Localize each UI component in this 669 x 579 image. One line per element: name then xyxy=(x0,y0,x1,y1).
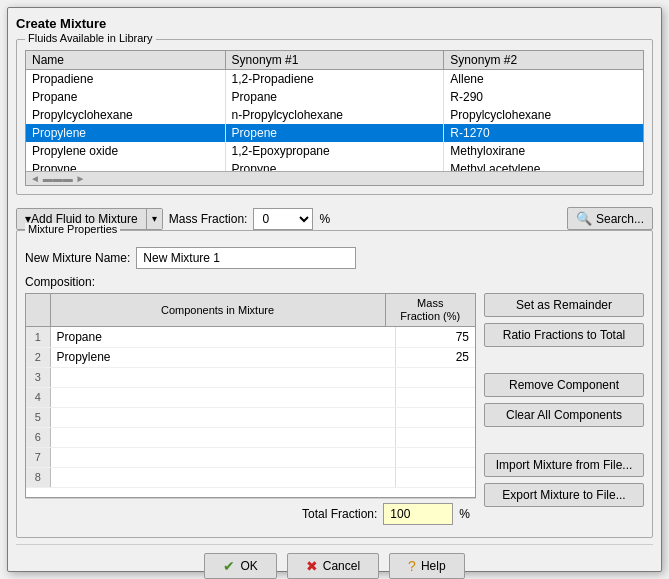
comp-row-fraction: 75 xyxy=(395,327,475,347)
search-icon: 🔍 xyxy=(576,211,592,226)
library-col-syn1: Synonym #1 xyxy=(225,51,444,70)
comp-row-component: Propane xyxy=(50,327,395,347)
library-group: Fluids Available in Library Name Synonym… xyxy=(16,39,653,195)
lib-name: Propylcyclohexane xyxy=(26,106,225,124)
comp-col-component: Components in Mixture xyxy=(50,294,385,327)
comp-row-component xyxy=(50,407,395,427)
mass-fraction-select[interactable]: 0 xyxy=(253,208,313,230)
create-mixture-dialog: Create Mixture Fluids Available in Libra… xyxy=(7,7,662,572)
cancel-btn[interactable]: ✖ Cancel xyxy=(287,553,379,579)
library-row[interactable]: Propane Propane R-290 xyxy=(26,88,643,106)
lib-syn1: 1,2-Epoxypropane xyxy=(225,142,444,160)
mixture-group-title: Mixture Properties xyxy=(25,223,120,235)
export-mixture-btn[interactable]: Export Mixture to File... xyxy=(484,483,644,507)
help-icon: ? xyxy=(408,558,416,574)
library-scroll-container[interactable]: Name Synonym #1 Synonym #2 Propadiene 1,… xyxy=(26,51,643,171)
comp-row[interactable]: 6 xyxy=(26,427,475,447)
comp-row-component xyxy=(50,367,395,387)
comp-data-table: 1 Propane 75 2 Propylene 25 3 4 5 6 7 8 xyxy=(26,327,475,488)
set-as-remainder-btn[interactable]: Set as Remainder xyxy=(484,293,644,317)
comp-row-num: 4 xyxy=(26,387,50,407)
mixture-name-input[interactable] xyxy=(136,247,356,269)
total-fraction-input[interactable] xyxy=(383,503,453,525)
comp-row[interactable]: 2 Propylene 25 xyxy=(26,347,475,367)
remove-component-btn[interactable]: Remove Component xyxy=(484,373,644,397)
search-btn[interactable]: 🔍 Search... xyxy=(567,207,653,230)
lib-syn2: Allene xyxy=(444,70,643,89)
comp-row-fraction xyxy=(395,427,475,447)
cancel-icon: ✖ xyxy=(306,558,318,574)
library-row[interactable]: Propylcyclohexane n-Propylcyclohexane Pr… xyxy=(26,106,643,124)
lib-syn2: R-1270 xyxy=(444,124,643,142)
name-label: New Mixture Name: xyxy=(25,251,130,265)
library-col-name: Name xyxy=(26,51,225,70)
comp-row-num: 7 xyxy=(26,447,50,467)
lib-syn2: Methyl acetylene xyxy=(444,160,643,171)
clear-all-btn[interactable]: Clear All Components xyxy=(484,403,644,427)
ratio-fractions-btn[interactable]: Ratio Fractions to Total xyxy=(484,323,644,347)
comp-row[interactable]: 7 xyxy=(26,447,475,467)
add-fluid-dropdown-btn[interactable]: ▾ xyxy=(147,209,162,229)
comp-scroll-inner[interactable]: 1 Propane 75 2 Propylene 25 3 4 5 6 7 8 xyxy=(26,327,475,497)
lib-name: Propadiene xyxy=(26,70,225,89)
lib-syn1: 1,2-Propadiene xyxy=(225,70,444,89)
comp-row[interactable]: 3 xyxy=(26,367,475,387)
comp-row-component xyxy=(50,467,395,487)
lib-syn1: Propane xyxy=(225,88,444,106)
library-col-syn2: Synonym #2 xyxy=(444,51,643,70)
comp-col-num xyxy=(26,294,50,327)
comp-row-component xyxy=(50,387,395,407)
comp-row-component xyxy=(50,427,395,447)
composition-area: Components in Mixture MassFraction (%) 1… xyxy=(25,293,644,529)
help-label: Help xyxy=(421,559,446,573)
import-mixture-btn[interactable]: Import Mixture from File... xyxy=(484,453,644,477)
lib-name: Propylene oxide xyxy=(26,142,225,160)
comp-row-num: 6 xyxy=(26,427,50,447)
mass-fraction-label: Mass Fraction: xyxy=(169,212,248,226)
dialog-title: Create Mixture xyxy=(16,16,653,31)
library-row[interactable]: Propadiene 1,2-Propadiene Allene xyxy=(26,70,643,89)
ok-btn[interactable]: ✔ OK xyxy=(204,553,276,579)
lib-syn1: n-Propylcyclohexane xyxy=(225,106,444,124)
comp-row[interactable]: 5 xyxy=(26,407,475,427)
total-label: Total Fraction: xyxy=(302,507,377,521)
library-horiz-scrollbar[interactable]: ◄ ▬▬▬ ► xyxy=(26,171,643,185)
comp-row-fraction xyxy=(395,387,475,407)
total-row: Total Fraction: % xyxy=(25,498,476,529)
comp-row-num: 8 xyxy=(26,467,50,487)
library-row[interactable]: Propylene Propene R-1270 xyxy=(26,124,643,142)
comp-row-num: 3 xyxy=(26,367,50,387)
ok-icon: ✔ xyxy=(223,558,235,574)
library-table-wrapper: Name Synonym #1 Synonym #2 Propadiene 1,… xyxy=(25,50,644,186)
help-btn[interactable]: ? Help xyxy=(389,553,464,579)
library-group-title: Fluids Available in Library xyxy=(25,32,156,44)
composition-table-wrap: Components in Mixture MassFraction (%) 1… xyxy=(25,293,476,498)
comp-row-fraction xyxy=(395,367,475,387)
action-buttons: Set as Remainder Ratio Fractions to Tota… xyxy=(484,293,644,507)
lib-name: Propylene xyxy=(26,124,225,142)
search-label: Search... xyxy=(596,212,644,226)
comp-row-fraction xyxy=(395,467,475,487)
comp-scroll-wrap: 1 Propane 75 2 Propylene 25 3 4 5 6 7 8 xyxy=(26,327,475,497)
comp-row[interactable]: 4 xyxy=(26,387,475,407)
comp-row[interactable]: 1 Propane 75 xyxy=(26,327,475,347)
lib-syn2: R-290 xyxy=(444,88,643,106)
composition-table-section: Components in Mixture MassFraction (%) 1… xyxy=(25,293,476,529)
dialog-footer: ✔ OK ✖ Cancel ? Help xyxy=(16,544,653,579)
comp-row[interactable]: 8 xyxy=(26,467,475,487)
library-row[interactable]: Propylene oxide 1,2-Epoxypropane Methylo… xyxy=(26,142,643,160)
composition-label: Composition: xyxy=(25,275,644,289)
comp-row-num: 5 xyxy=(26,407,50,427)
comp-col-fraction: MassFraction (%) xyxy=(385,294,475,327)
mixture-group: Mixture Properties New Mixture Name: Com… xyxy=(16,230,653,538)
comp-row-num: 2 xyxy=(26,347,50,367)
comp-row-fraction: 25 xyxy=(395,347,475,367)
library-row[interactable]: Propyne Propyne Methyl acetylene xyxy=(26,160,643,171)
comp-row-fraction xyxy=(395,407,475,427)
name-row: New Mixture Name: xyxy=(25,247,644,269)
lib-name: Propyne xyxy=(26,160,225,171)
lib-name: Propane xyxy=(26,88,225,106)
composition-table: Components in Mixture MassFraction (%) xyxy=(26,294,475,327)
comp-row-fraction xyxy=(395,447,475,467)
lib-syn2: Propylcyclohexane xyxy=(444,106,643,124)
